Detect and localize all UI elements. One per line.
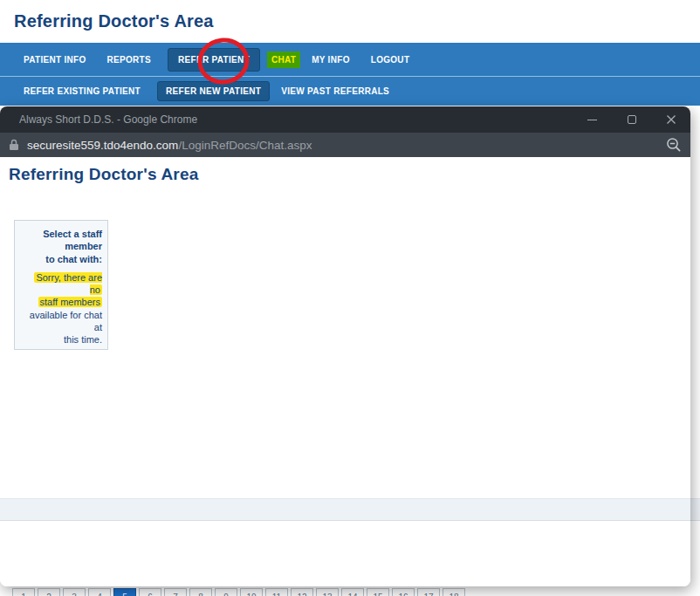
window-titlebar[interactable]: Always Short D.D.S. - Google Chrome bbox=[0, 106, 690, 133]
nav-item-chat[interactable]: CHAT bbox=[267, 51, 300, 68]
main-nav: PATIENT INFO REPORTS REFER PATIENT CHAT … bbox=[0, 43, 700, 106]
bottom-number-strip: 123456789101112131415161718 bbox=[12, 588, 465, 596]
page-footer-band-edge bbox=[690, 498, 700, 521]
strip-cell[interactable]: 9 bbox=[215, 588, 237, 596]
strip-cell[interactable]: 10 bbox=[240, 588, 263, 596]
strip-cell[interactable]: 11 bbox=[265, 588, 288, 596]
content-heading: Referring Doctor's Area bbox=[9, 165, 198, 184]
highlighted-text: Sorry, there are no bbox=[34, 272, 102, 295]
nav-item-logout[interactable]: LOGOUT bbox=[367, 51, 415, 68]
strip-cell[interactable]: 5 bbox=[113, 588, 136, 596]
strip-cell[interactable]: 15 bbox=[367, 588, 389, 596]
strip-cell[interactable]: 1 bbox=[12, 588, 35, 596]
strip-cell[interactable]: 17 bbox=[417, 588, 440, 596]
browser-window: Always Short D.D.S. - Google Chrome secu… bbox=[0, 106, 690, 586]
zoom-out-icon[interactable] bbox=[666, 137, 682, 153]
url-bar[interactable]: securesite559.tdo4endo.com/LoginRefDocs/… bbox=[0, 133, 690, 157]
highlighted-text: staff members bbox=[38, 297, 103, 307]
nav-item-my-info[interactable]: MY INFO bbox=[307, 51, 354, 68]
lock-icon[interactable] bbox=[9, 139, 19, 151]
chat-empty-message: Sorry, there are no staff members availa… bbox=[20, 271, 102, 346]
window-title: Always Short D.D.S. - Google Chrome bbox=[19, 113, 573, 126]
browser-content: Referring Doctor's Area Select a staff m… bbox=[0, 157, 690, 586]
strip-cell[interactable]: 18 bbox=[443, 588, 465, 596]
strip-cell[interactable]: 13 bbox=[316, 588, 339, 596]
secondary-nav-row: REFER EXISTING PATIENT REFER NEW PATIENT… bbox=[0, 76, 700, 106]
url-text[interactable]: securesite559.tdo4endo.com/LoginRefDocs/… bbox=[27, 139, 312, 152]
chat-prompt: Select a staff member to chat with: bbox=[20, 228, 102, 265]
strip-cell[interactable]: 3 bbox=[63, 588, 86, 596]
nav-item-view-past-referrals[interactable]: VIEW PAST REFERRALS bbox=[277, 83, 394, 99]
strip-cell[interactable]: 6 bbox=[139, 588, 161, 596]
strip-cell[interactable]: 16 bbox=[392, 588, 415, 596]
primary-nav-row: PATIENT INFO REPORTS REFER PATIENT CHAT … bbox=[0, 43, 700, 76]
nav-item-refer-existing-patient[interactable]: REFER EXISTING PATIENT bbox=[19, 83, 145, 99]
maximize-button[interactable] bbox=[612, 106, 651, 133]
strip-cell[interactable]: 4 bbox=[88, 588, 111, 596]
minimize-button[interactable] bbox=[573, 106, 612, 133]
nav-item-reports[interactable]: REPORTS bbox=[103, 51, 155, 68]
maximize-icon bbox=[628, 115, 636, 124]
strip-cell[interactable]: 8 bbox=[189, 588, 212, 596]
window-controls bbox=[573, 106, 690, 133]
nav-item-refer-patient[interactable]: REFER PATIENT bbox=[168, 48, 260, 72]
close-icon bbox=[666, 114, 676, 125]
strip-cell[interactable]: 2 bbox=[38, 588, 60, 596]
chat-staff-panel: Select a staff member to chat with: Sorr… bbox=[14, 220, 108, 350]
nav-item-refer-new-patient[interactable]: REFER NEW PATIENT bbox=[157, 81, 270, 101]
minimize-icon bbox=[587, 120, 597, 120]
strip-cell[interactable]: 14 bbox=[341, 588, 364, 596]
close-button[interactable] bbox=[651, 106, 690, 133]
url-host: securesite559.tdo4endo.com bbox=[27, 139, 178, 152]
content-footer-band bbox=[0, 498, 690, 521]
page-title: Referring Doctor's Area bbox=[14, 11, 214, 31]
url-path: /LoginRefDocs/Chat.aspx bbox=[178, 139, 312, 152]
strip-cell[interactable]: 7 bbox=[164, 588, 187, 596]
strip-cell[interactable]: 12 bbox=[291, 588, 313, 596]
nav-item-patient-info[interactable]: PATIENT INFO bbox=[19, 51, 91, 68]
